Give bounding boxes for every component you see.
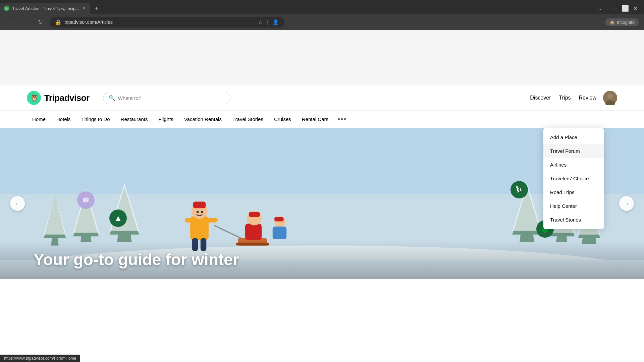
- dropdown-travel-forum[interactable]: Travel Forum: [543, 144, 604, 158]
- dropdown-help-center[interactable]: Help Center: [543, 199, 604, 213]
- header-nav: Discover Trips Review: [530, 95, 596, 101]
- svg-rect-43: [249, 212, 260, 217]
- svg-rect-41: [245, 224, 262, 240]
- svg-text:🦉: 🦉: [6, 7, 9, 10]
- empty-space: [0, 30, 644, 85]
- nav-flights[interactable]: Flights: [153, 112, 178, 127]
- status-bar: https://www.tripadvisor.com/ForumHome: [0, 355, 80, 362]
- tab-list-button[interactable]: ⌄: [594, 6, 606, 11]
- hero-prev-button[interactable]: ←: [10, 196, 25, 211]
- favicon: 🦉: [4, 6, 9, 11]
- svg-rect-45: [274, 217, 283, 221]
- maximize-button[interactable]: ⬜: [621, 4, 630, 13]
- minimize-button[interactable]: —: [610, 4, 620, 13]
- review-nav-item[interactable]: Review: [579, 95, 596, 101]
- svg-rect-29: [190, 216, 209, 240]
- profile-icon[interactable]: 👤: [272, 19, 279, 25]
- dropdown-travelers-choice[interactable]: Travelers' Choice: [543, 172, 604, 185]
- website: 🦉 Tripadvisor 🔍 Discover Trips Review Ho…: [0, 85, 644, 279]
- discover-nav-item[interactable]: Discover: [530, 95, 551, 101]
- dropdown-add-a-place[interactable]: Add a Place: [543, 130, 604, 144]
- svg-rect-31: [193, 202, 206, 208]
- nav-restaurants[interactable]: Restaurants: [115, 112, 153, 127]
- nav-home[interactable]: Home: [27, 112, 51, 127]
- lock-icon: 🔒: [55, 19, 62, 25]
- svg-point-38: [201, 211, 203, 213]
- search-input[interactable]: [118, 95, 225, 101]
- tab-bar: 🦉 Travel Articles | Travel Tips, Insig..…: [0, 0, 644, 14]
- hero-content: Your go-to guide for winter: [0, 240, 644, 279]
- address-bar: ← → ↻ 🔒 tripadvisor.com/Articles ☆ ⊡ 👤 🕵…: [0, 14, 644, 30]
- site-nav: Home Hotels Things to Do Restaurants Fli…: [0, 111, 644, 128]
- svg-rect-46: [273, 227, 286, 239]
- close-window-button[interactable]: ✕: [631, 4, 640, 13]
- bookmark-icon[interactable]: ☆: [258, 19, 263, 25]
- float-icon-snowflake: ❄: [77, 191, 95, 209]
- reload-button[interactable]: ↻: [35, 17, 46, 27]
- nav-travel-stories[interactable]: Travel Stories: [227, 112, 269, 127]
- svg-rect-32: [185, 218, 192, 223]
- hero-title: Your go-to guide for winter: [34, 250, 610, 269]
- dropdown-travel-stories[interactable]: Travel Stories: [543, 213, 604, 227]
- close-tab-button[interactable]: ×: [82, 5, 86, 12]
- logo-icon: 🦉: [27, 91, 41, 105]
- dropdown-airlines[interactable]: Airlines: [543, 158, 604, 172]
- tab-title: Travel Articles | Travel Tips, Insig...: [12, 6, 79, 11]
- trips-nav-item[interactable]: Trips: [559, 95, 571, 101]
- nav-rental-cars[interactable]: Rental Cars: [297, 112, 334, 127]
- site-header: 🦉 Tripadvisor 🔍 Discover Trips Review: [0, 85, 644, 111]
- back-button[interactable]: ←: [5, 17, 16, 27]
- extension-icon[interactable]: ⊡: [265, 19, 270, 25]
- search-icon: 🔍: [109, 95, 115, 101]
- svg-point-5: [607, 94, 613, 99]
- status-url: https://www.tripadvisor.com/ForumHome: [4, 356, 76, 361]
- hero-next-button[interactable]: →: [619, 196, 634, 211]
- incognito-button[interactable]: 🕵 Incognito: [605, 18, 639, 26]
- dropdown-road-trips[interactable]: Road Trips: [543, 185, 604, 199]
- svg-rect-33: [207, 218, 218, 223]
- new-tab-button[interactable]: +: [92, 4, 101, 13]
- more-nav-button[interactable]: •••: [334, 111, 351, 128]
- forward-button[interactable]: →: [20, 17, 31, 27]
- address-action-icons: ☆ ⊡ 👤: [258, 19, 279, 25]
- dropdown-menu: Add a Place Travel Forum Airlines Travel…: [543, 128, 604, 229]
- window-controls: — ⬜ ✕: [606, 4, 644, 13]
- user-avatar[interactable]: [603, 91, 617, 105]
- nav-things-to-do[interactable]: Things to Do: [76, 112, 115, 127]
- url-text: tripadvisor.com/Articles: [64, 19, 113, 25]
- nav-hotels[interactable]: Hotels: [51, 112, 76, 127]
- incognito-label: Incognito: [617, 20, 635, 25]
- nav-cruises[interactable]: Cruises: [269, 112, 297, 127]
- active-tab[interactable]: 🦉 Travel Articles | Travel Tips, Insig..…: [0, 3, 90, 14]
- float-icon-ski1: ⛷: [511, 181, 528, 198]
- svg-point-37: [197, 211, 199, 213]
- nav-vacation-rentals[interactable]: Vacation Rentals: [179, 112, 227, 127]
- incognito-icon: 🕵: [609, 20, 615, 25]
- float-icon-mountain: ▲: [109, 209, 127, 227]
- search-bar[interactable]: 🔍: [103, 92, 230, 104]
- browser-chrome: 🦉 Travel Articles | Travel Tips, Insig..…: [0, 0, 644, 30]
- logo[interactable]: 🦉 Tripadvisor: [27, 91, 90, 105]
- address-field[interactable]: 🔒 tripadvisor.com/Articles ☆ ⊡ 👤: [50, 17, 284, 27]
- logo-text: Tripadvisor: [44, 93, 90, 103]
- svg-text:🦉: 🦉: [30, 94, 39, 102]
